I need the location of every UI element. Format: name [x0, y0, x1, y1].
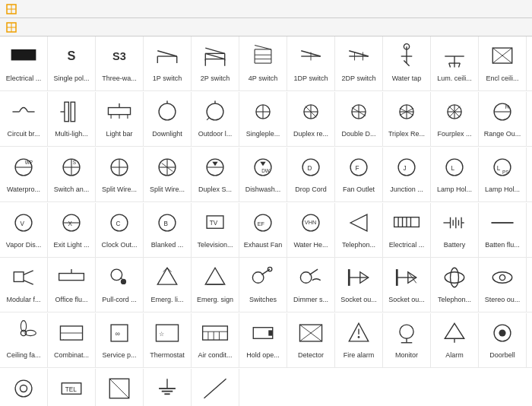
symbol-main-cont[interactable]: Main cont...	[96, 369, 144, 406]
symbol-service-p[interactable]: ∞Service p...	[96, 313, 144, 368]
symbol-2dp-switch[interactable]: 2DP switch	[335, 36, 383, 91]
symbol-socket-ou2[interactable]: Socket ou...	[383, 258, 431, 312]
double-d-icon	[342, 95, 375, 128]
svg-point-186	[21, 331, 26, 336]
symbol-single-pole[interactable]: SSingle pol...	[48, 36, 96, 91]
symbol-battery[interactable]: Battery	[431, 203, 479, 258]
symbol-outdoor-l[interactable]: Outdoor l...	[192, 92, 239, 147]
symbol-singleple[interactable]: Singleple...	[239, 92, 287, 147]
outdoor-l-label: Outdoor l...	[193, 130, 237, 138]
split-wire1-icon	[103, 151, 136, 184]
tel-icon: TEL	[55, 372, 88, 405]
symbol-1p-switch[interactable]: 1P switch	[144, 36, 192, 91]
split-wire1-label: Split Wire...	[97, 186, 141, 194]
symbol-drop-cord[interactable]: DDrop Cord	[287, 147, 335, 202]
symbol-socket-ou1[interactable]: Socket ou...	[335, 258, 383, 312]
symbol-fan-outlet[interactable]: FFan Outlet	[335, 147, 383, 202]
vapor-dis-icon: V	[7, 206, 40, 239]
symbol-call[interactable]: Call	[0, 369, 48, 406]
symbol-telephon1[interactable]: Telephon...	[335, 203, 383, 258]
symbol-dishwash[interactable]: DWDishwash...	[239, 147, 287, 202]
symbol-dryer-out[interactable]: DDryer Out...	[527, 92, 532, 147]
symbol-junction[interactable]: JJunction ...	[383, 147, 431, 202]
symbol-distributi[interactable]: Distributi...	[527, 203, 532, 258]
symbol-duplex-s[interactable]: Duplex S...	[192, 147, 239, 202]
symbol-split-wire1[interactable]: Split Wire...	[96, 147, 144, 202]
symbol-exhaust-fan[interactable]: EFExhaust Fan	[239, 203, 287, 258]
symbol-emerg-li[interactable]: Emerg. li...	[144, 258, 192, 312]
fire-alarm-label: Fire alarm	[337, 351, 381, 360]
symbol-circuit-br[interactable]: Circuit br...	[0, 92, 48, 147]
symbol-hold-ope[interactable]: Hold ope...	[239, 313, 287, 368]
symbol-multi-light[interactable]: Multi-ligh...	[48, 92, 96, 147]
symbol-lamp-hol2[interactable]: L PSLamp Hol...	[479, 147, 527, 202]
symbol-ground[interactable]: Ground	[144, 369, 192, 406]
symbol-electrical[interactable]: Electrical ...	[0, 36, 48, 91]
symbol-tel[interactable]: TELTel	[48, 369, 96, 406]
symbol-stereo-ou[interactable]: Stereo ou...	[479, 258, 527, 312]
symbol-television[interactable]: TVTelevision...	[192, 203, 239, 258]
symbol-detector[interactable]: Detector	[287, 313, 335, 368]
symbol-light-bar[interactable]: Light bar	[96, 92, 144, 147]
pull-cord-icon	[103, 261, 136, 294]
symbol-line[interactable]: Line	[192, 369, 239, 406]
symbol-pull-cord[interactable]: Pull-cord ...	[96, 258, 144, 312]
title-bar	[0, 18, 532, 36]
symbol-4p-switch[interactable]: 4P switch	[239, 36, 287, 91]
symbol-monitor[interactable]: Monitor	[383, 313, 431, 368]
fire-alarm-icon	[342, 316, 375, 350]
symbol-1dp-switch[interactable]: 1DP switch	[287, 36, 335, 91]
symbol-office-flu[interactable]: Office flu...	[48, 258, 96, 312]
symbol-triplex-re[interactable]: Triplex Re...	[383, 92, 431, 147]
symbol-2p-switch[interactable]: 2P switch	[192, 36, 239, 91]
symbol-water-he[interactable]: VHNWater He...	[287, 203, 335, 258]
hold-ope-icon	[246, 316, 280, 350]
svg-text:C: C	[116, 220, 120, 227]
main-cont-icon	[103, 372, 136, 405]
symbol-water-tap[interactable]: Water tap	[383, 36, 431, 91]
symbol-encl-ceiling[interactable]: Encl ceili...	[479, 36, 527, 91]
symbol-pull-switch[interactable]: SPull Switch	[527, 147, 532, 202]
symbol-blanked[interactable]: BBlanked ...	[144, 203, 192, 258]
symbol-air-condit[interactable]: Air condit...	[192, 313, 239, 368]
symbol-ceiling-fa2[interactable]: Ceiling fa...	[0, 313, 48, 368]
symbol-telephon2[interactable]: Telephon...	[431, 258, 479, 312]
single-pole-icon: S	[55, 40, 88, 73]
vapor-dis-label: Vapor Dis...	[2, 241, 46, 249]
svg-text:L: L	[497, 164, 501, 171]
symbol-exit-light[interactable]: XExit Light ...	[48, 203, 96, 258]
symbol-vapor-dis[interactable]: VVapor Dis...	[0, 203, 48, 258]
symbol-duplex-re[interactable]: Duplex re...	[287, 92, 335, 147]
smoke-d-label: Smoke d...	[528, 351, 532, 360]
symbol-lum-ceiling[interactable]: Lum. ceili...	[431, 36, 479, 91]
symbol-lamp-hol1[interactable]: LLamp Hol...	[431, 147, 479, 202]
symbol-double-d[interactable]: Double D...	[335, 92, 383, 147]
symbol-batten-flu[interactable]: Batten flu...	[479, 203, 527, 258]
symbol-electrical2[interactable]: Electrical ...	[383, 203, 431, 258]
combinat-icon: .	[55, 316, 88, 350]
symbol-thermostat[interactable]: ☆Thermostat	[144, 313, 192, 368]
symbol-dimmer-s[interactable]: Dimmer s...	[287, 258, 335, 312]
symbol-range-out[interactable]: RRange Ou...	[479, 92, 527, 147]
symbol-fourplex[interactable]: Fourplex ...	[431, 92, 479, 147]
symbol-emerg-sign[interactable]: Emerg. sign	[192, 258, 239, 312]
symbol-switch-and[interactable]: SSwitch an...	[48, 147, 96, 202]
symbol-waterpro[interactable]: WPWaterpro...	[0, 147, 48, 202]
symbol-combinat[interactable]: .Combinat...	[48, 313, 96, 368]
symbol-smoke-d[interactable]: SDSmoke d...	[527, 313, 532, 368]
symbol-doorbell[interactable]: Doorbell	[479, 313, 527, 368]
symbol-three-way[interactable]: S3Three-wa...	[96, 36, 144, 91]
svg-point-177	[445, 272, 464, 284]
socket-ou1-label: Socket ou...	[337, 296, 381, 304]
svg-point-158	[121, 279, 126, 284]
symbol-fire-alarm[interactable]: Fire alarm	[335, 313, 383, 368]
symbol-wall-light[interactable]: Wall light	[527, 36, 532, 91]
symbol-switches[interactable]: Switches	[239, 258, 287, 312]
symbol-alarm[interactable]: Alarm	[431, 313, 479, 368]
symbol-clock-out[interactable]: CClock Out...	[96, 203, 144, 258]
battery-label: Battery	[432, 241, 477, 249]
symbol-downlight[interactable]: Downlight	[144, 92, 192, 147]
symbol-ceiling-fan1[interactable]: Ceiling fan	[527, 258, 532, 312]
symbol-modular-f[interactable]: Modular f...	[0, 258, 48, 312]
symbol-split-wire2[interactable]: Split Wire...	[144, 147, 192, 202]
